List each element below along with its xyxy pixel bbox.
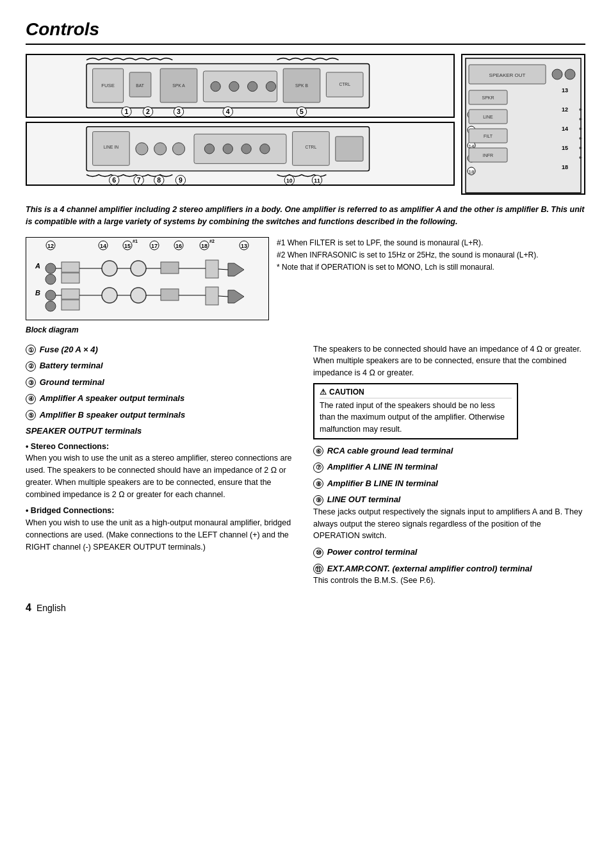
- item-ext-amp: ⑪ EXT.AMP.CONT. (external amplifier cont…: [313, 562, 585, 587]
- svg-text:10: 10: [286, 177, 293, 184]
- svg-text:•: •: [579, 133, 582, 143]
- svg-text:SPK B: SPK B: [295, 83, 308, 88]
- svg-point-31: [172, 143, 184, 155]
- speaker-output-section: SPEAKER OUTPUT terminals • Stereo Connec…: [26, 425, 298, 553]
- item-num-4: ④: [26, 394, 36, 404]
- block-diagram-label: Block diagram: [26, 325, 269, 334]
- block-diagram-section: 12 14 15 #1 17 16 18 #2 13: [26, 237, 585, 334]
- item-title-1: Fuse (20 A × 4): [40, 345, 98, 354]
- item-amp-b: ⑤ Amplifier B speaker output terminals: [26, 409, 298, 422]
- item-battery: ② Battery terminal: [26, 359, 298, 372]
- item-line-in-a: ⑦ Amplifier A LINE IN terminal: [313, 461, 585, 473]
- caution-body: The rated input of the speakers should b…: [320, 400, 512, 436]
- svg-text:•: •: [579, 124, 582, 134]
- svg-text:B: B: [35, 289, 40, 297]
- svg-text:SPEAKER OUT: SPEAKER OUT: [489, 72, 526, 78]
- item-title-5: Amplifier B speaker output terminals: [40, 410, 186, 420]
- item-num-8: ⑧: [313, 479, 323, 489]
- svg-text:15: 15: [562, 145, 568, 151]
- svg-text:LINE: LINE: [483, 115, 493, 119]
- svg-text:15: 15: [124, 243, 131, 249]
- item-line-out: ⑨ LINE OUT terminal These jacks output r…: [313, 493, 585, 542]
- stereo-connections: • Stereo Connections: When you wish to u…: [26, 440, 298, 501]
- svg-point-103: [45, 263, 56, 274]
- content-columns: ① Fuse (20 A × 4) ② Battery terminal ③ G…: [26, 343, 585, 591]
- svg-point-113: [45, 290, 56, 300]
- svg-text:CTRL: CTRL: [339, 82, 350, 86]
- col-left: ① Fuse (20 A × 4) ② Battery terminal ③ G…: [26, 343, 298, 591]
- svg-text:FUSE: FUSE: [101, 83, 114, 88]
- svg-point-10: [248, 81, 257, 91]
- svg-point-55: [552, 69, 562, 79]
- svg-text:#1: #1: [133, 239, 138, 243]
- item-power-ctrl: ⑩ Power control terminal: [313, 546, 585, 559]
- svg-text:CTRL: CTRL: [306, 145, 317, 149]
- item-title-2: Battery terminal: [40, 361, 103, 370]
- svg-text:18: 18: [201, 243, 208, 249]
- svg-text:•: •: [579, 152, 582, 163]
- item-title-4: Amplifier A speaker output terminals: [40, 393, 185, 403]
- item-num-2: ②: [26, 361, 36, 372]
- item-num-1: ①: [26, 345, 36, 355]
- item-num-11: ⑪: [313, 564, 323, 574]
- item-title-11: EXT.AMP.CONT. (external amplifier contro…: [327, 564, 532, 573]
- item-ground: ③ Ground terminal: [26, 376, 298, 389]
- svg-rect-116: [61, 300, 79, 310]
- item-title-6: RCA cable ground lead terminal: [327, 446, 453, 455]
- block-diagram-wrapper: 12 14 15 #1 17 16 18 #2 13: [26, 237, 585, 334]
- svg-text:12: 12: [47, 243, 54, 249]
- svg-text:•: •: [579, 143, 582, 153]
- item-title-8: Amplifier B LINE IN terminal: [327, 479, 438, 488]
- diagram-area: FUSE BAT SPK A SPK B CTRL: [26, 54, 585, 195]
- bridged-body: When you wish to use the unit as a high-…: [26, 517, 298, 553]
- svg-point-36: [260, 144, 270, 154]
- block-diagram-image: 12 14 15 #1 17 16 18 #2 13: [26, 237, 269, 320]
- speaker-output-title: SPEAKER OUTPUT terminals: [26, 425, 298, 438]
- item-line-in-b: ⑧ Amplifier B LINE IN terminal: [313, 477, 585, 490]
- amp-diagram-bottom: LINE IN CTRL: [26, 122, 455, 186]
- page-language: English: [37, 603, 66, 613]
- svg-rect-106: [61, 273, 79, 283]
- item-title-3: Ground terminal: [40, 377, 104, 387]
- page-number: 4: [26, 602, 31, 614]
- svg-text:INFR: INFR: [483, 153, 493, 158]
- intro-text: This is a 4 channel amplifier including …: [26, 204, 585, 228]
- block-note-1: #1 When FILTER is set to LPF, the sound …: [277, 237, 539, 249]
- side-panel: SPEAKER OUT 13 SPKR 12 LINE 14 FILT 15 I…: [461, 54, 585, 195]
- svg-point-29: [136, 143, 148, 155]
- caution-box: ⚠ CAUTION The rated input of the speaker…: [313, 383, 518, 439]
- svg-point-118: [131, 288, 146, 303]
- svg-text:16: 16: [175, 243, 182, 249]
- svg-line-127: [218, 269, 228, 270]
- svg-point-35: [241, 144, 251, 154]
- svg-text:9: 9: [179, 176, 183, 184]
- svg-point-104: [45, 274, 56, 284]
- svg-point-33: [204, 144, 214, 154]
- svg-point-107: [102, 261, 117, 276]
- item-amp-a: ④ Amplifier A speaker output terminals: [26, 392, 298, 405]
- page-title: Controls: [26, 19, 585, 45]
- svg-text:•: •: [579, 104, 582, 115]
- diagram-main: FUSE BAT SPK A SPK B CTRL: [26, 54, 455, 195]
- svg-text:#2: #2: [209, 239, 215, 243]
- svg-rect-120: [206, 287, 218, 305]
- item-rca: ⑥ RCA cable ground lead terminal: [313, 445, 585, 457]
- svg-text:1: 1: [124, 108, 128, 115]
- svg-text:SPK A: SPK A: [172, 83, 185, 88]
- item-num-3: ③: [26, 377, 36, 388]
- svg-text:3: 3: [177, 108, 181, 115]
- svg-text:SPKR: SPKR: [482, 95, 494, 100]
- caution-header: ⚠ CAUTION: [320, 387, 512, 398]
- svg-text:6: 6: [112, 176, 116, 184]
- svg-text:11: 11: [314, 177, 320, 184]
- item-num-6: ⑥: [313, 446, 323, 456]
- svg-text:14: 14: [100, 243, 106, 249]
- bridged-cont: The speakers to be connected should have…: [313, 343, 585, 379]
- svg-point-9: [229, 81, 239, 91]
- svg-marker-121: [228, 290, 244, 303]
- svg-text:A: A: [35, 262, 40, 270]
- svg-text:12: 12: [562, 106, 568, 113]
- svg-point-34: [223, 144, 232, 154]
- svg-rect-105: [61, 262, 79, 272]
- item-num-5: ⑤: [26, 410, 36, 420]
